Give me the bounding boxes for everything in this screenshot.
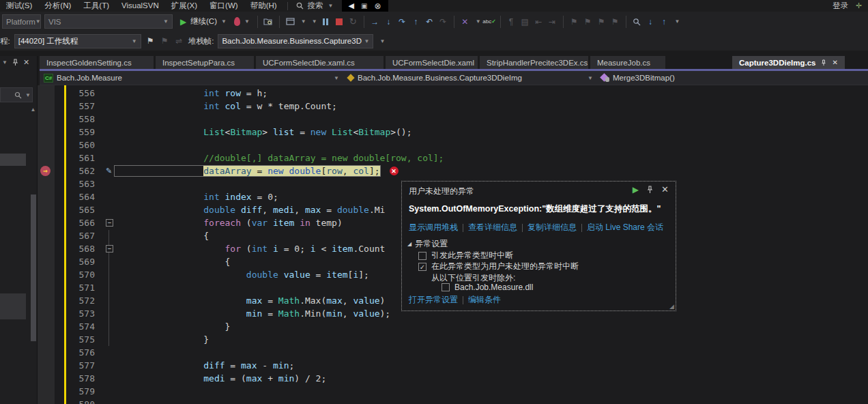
popup-link[interactable]: 复制详细信息: [527, 222, 577, 233]
tab-MeasureJob.cs[interactable]: MeasureJob.cs: [590, 56, 665, 69]
popup-link[interactable]: 编辑条件: [468, 294, 501, 306]
clear-bookmarks-icon[interactable]: ⚑: [610, 16, 620, 27]
flag-threads-icon[interactable]: ⚑: [145, 36, 156, 46]
code-line-575[interactable]: 575 }: [38, 333, 868, 346]
line-number[interactable]: 577: [38, 360, 98, 371]
line-number[interactable]: 571: [38, 283, 98, 293]
stack-frame-combobox[interactable]: Bach.Job.Measure.Business.Capture3D ▼: [218, 34, 373, 48]
overflow-chevron-icon[interactable]: ▼: [312, 18, 317, 25]
line-number[interactable]: 558: [38, 114, 98, 124]
module-exclude-checkbox[interactable]: Bach.Job.Measure.dll: [442, 283, 533, 292]
line-number[interactable]: 575: [38, 334, 98, 345]
popup-link[interactable]: 打开异常设置: [409, 294, 458, 306]
resize-grip[interactable]: ◢: [669, 303, 674, 310]
break-on-thrown-checkbox[interactable]: 引发此异常类型时中断: [418, 250, 513, 261]
toggle-bookmark-icon[interactable]: ⚑: [569, 16, 579, 27]
find-in-files-icon[interactable]: [263, 16, 274, 27]
menu-item[interactable]: VisualSVN: [115, 0, 165, 12]
code-line-562[interactable]: 562✎ dataArray = new double[row, col];✕: [38, 164, 868, 177]
navigate-search-icon[interactable]: [632, 16, 642, 27]
unflag-threads-icon[interactable]: ⚑: [160, 36, 170, 46]
step-out-icon[interactable]: ↑: [411, 16, 421, 27]
navigate-down-icon[interactable]: ↓: [646, 16, 656, 27]
hot-reload-button[interactable]: ▼: [232, 14, 252, 29]
menu-item[interactable]: 窗口(W): [203, 0, 244, 12]
pin-icon[interactable]: [647, 186, 653, 194]
menu-search-button[interactable]: 搜索 ▼: [292, 1, 336, 11]
popup-link[interactable]: 启动 Live Share 会话: [587, 222, 663, 233]
line-number[interactable]: 560: [38, 140, 98, 150]
code-line-579[interactable]: 579: [38, 385, 868, 398]
fold-collapse-icon[interactable]: −: [98, 219, 118, 227]
line-number[interactable]: 569: [38, 257, 98, 267]
scrollbar-thumb[interactable]: [31, 194, 36, 341]
capture-close-icon[interactable]: ⊗: [374, 1, 381, 11]
show-next-statement-icon[interactable]: →: [370, 16, 380, 27]
overflow-chevron-icon[interactable]: ▼: [379, 38, 385, 44]
line-number[interactable]: 559: [38, 127, 98, 137]
copy-code-icon[interactable]: ▤: [520, 16, 530, 27]
code-line-561[interactable]: 561 //double[,] dataArray = new double[r…: [38, 152, 868, 164]
pin-icon[interactable]: [12, 59, 18, 66]
spell-check-icon[interactable]: abc✓: [484, 16, 495, 27]
line-number[interactable]: 557: [38, 101, 98, 111]
redo-icon[interactable]: ↷: [438, 16, 448, 27]
code-line-558[interactable]: 558: [38, 113, 868, 126]
exception-settings-header[interactable]: ◢ 异常设置: [407, 238, 448, 250]
break-on-unhandled-checkbox[interactable]: ✓ 在此异常类型为用户未处理的异常时中断: [418, 261, 579, 272]
increase-indent-icon[interactable]: ⇥: [547, 16, 558, 27]
restart-icon[interactable]: ↻: [348, 16, 358, 27]
undo-icon[interactable]: ↶: [424, 16, 435, 27]
overflow-chevron-icon[interactable]: ▼: [675, 18, 680, 25]
line-number[interactable]: 565: [38, 205, 98, 215]
popup-link[interactable]: 显示调用堆栈: [409, 222, 458, 233]
code-line-559[interactable]: 559 List<Bitmap> list = new List<Bitmap>…: [38, 126, 868, 139]
close-icon[interactable]: ✕: [661, 184, 669, 194]
decrease-indent-icon[interactable]: ⇤: [534, 16, 544, 27]
signin-link[interactable]: 登录: [833, 1, 848, 11]
tab-UCFormSelectDie.xaml[interactable]: UCFormSelectDie.xaml: [386, 56, 478, 69]
close-icon[interactable]: ✕: [23, 58, 29, 67]
line-number[interactable]: 570: [38, 270, 98, 280]
member-dropdown[interactable]: Merge3DBitmap(): [597, 71, 679, 85]
fold-collapse-icon[interactable]: −: [98, 245, 118, 252]
tab-StripHandlerPrecitec3DEx.cs[interactable]: StripHandlerPrecitec3DEx.cs: [480, 56, 588, 69]
collapsed-item[interactable]: [0, 154, 26, 166]
menu-item[interactable]: 分析(N): [38, 0, 77, 12]
line-number[interactable]: 568: [38, 244, 98, 254]
collapsed-item[interactable]: [0, 293, 26, 319]
new-window-icon[interactable]: [285, 16, 295, 27]
line-number[interactable]: 580: [38, 399, 98, 404]
stop-icon[interactable]: [334, 16, 345, 27]
line-number[interactable]: 572: [38, 295, 98, 306]
tab-Capture3DDieImg.cs[interactable]: Capture3DDieImg.cs✕: [732, 56, 845, 69]
type-dropdown[interactable]: Bach.Job.Measure.Business.Capture3DDieIm…: [343, 71, 597, 85]
pin-icon[interactable]: [821, 59, 826, 66]
menu-item[interactable]: 测试(S): [0, 0, 38, 12]
next-bookmark-icon[interactable]: ⚑: [596, 16, 607, 27]
project-dropdown[interactable]: C# Bach.Job.Measure ▼: [40, 71, 343, 85]
line-number[interactable]: 566: [38, 218, 98, 228]
code-line-556[interactable]: 556 int row = h;: [38, 87, 868, 100]
line-number[interactable]: 574: [38, 321, 98, 332]
code-line-580[interactable]: 580: [38, 398, 868, 404]
capture-window-icon[interactable]: ▣: [361, 2, 367, 10]
current-statement-breakpoint-icon[interactable]: →: [40, 166, 50, 176]
code-line-577[interactable]: 577 diff = max - min;: [38, 359, 868, 372]
scroll-up-button[interactable]: ▲: [29, 105, 38, 115]
line-number[interactable]: 578: [38, 373, 98, 384]
step-over-icon[interactable]: ↷: [397, 16, 407, 27]
line-number[interactable]: 556: [38, 88, 98, 98]
tab-InspectSetupPara.cs[interactable]: InspectSetupPara.cs: [156, 56, 254, 69]
code-line-578[interactable]: 578 medi = (max + min) / 2;: [38, 372, 868, 385]
capture-back-icon[interactable]: ◀: [349, 1, 354, 10]
line-number[interactable]: 579: [38, 386, 98, 396]
code-line-557[interactable]: 557 int col = w * temp.Count;: [38, 100, 868, 113]
window-position-icon[interactable]: ▼: [2, 59, 8, 66]
platform-combobox[interactable]: Platform ▼: [2, 14, 41, 29]
code-line-576[interactable]: 576: [38, 346, 868, 359]
close-icon[interactable]: ✕: [832, 59, 837, 66]
popup-link[interactable]: 查看详细信息: [468, 222, 517, 233]
tab-UCFormSelectDie.xaml.cs[interactable]: UCFormSelectDie.xaml.cs: [256, 56, 384, 69]
whitespace-icon[interactable]: ¶: [506, 16, 517, 27]
